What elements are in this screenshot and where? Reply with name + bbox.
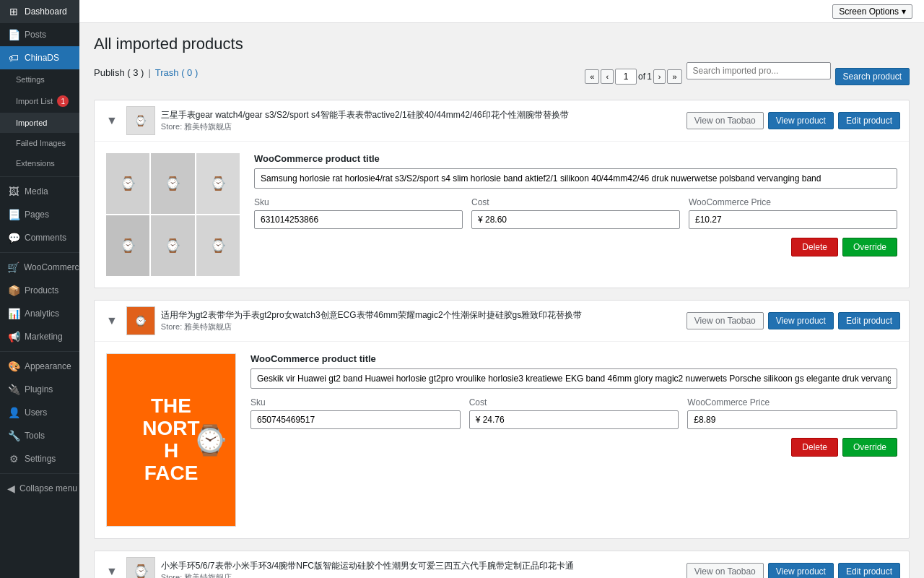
sku-group-2: Sku xyxy=(250,397,461,429)
sidebar-item-media[interactable]: 🖼 Media xyxy=(0,180,79,203)
sidebar-item-users[interactable]: 👤 Users xyxy=(0,401,79,424)
sidebar-item-settings[interactable]: ⚙ Settings xyxy=(0,447,79,470)
trash-filter[interactable]: Trash ( 0 ) xyxy=(155,67,199,78)
product-thumb-2: ⌚ xyxy=(126,306,155,335)
sidebar-item-failed-images[interactable]: Failed Images xyxy=(0,133,79,153)
product-title-cn-2: 适用华为gt2表带华为手表gt2pro女watch3创意ECG表带46mm荣耀m… xyxy=(161,309,681,322)
dashboard-icon: ⊞ xyxy=(7,6,20,17)
sku-input-2[interactable] xyxy=(250,410,461,429)
top-controls: Publish ( 3 ) | Trash ( 0 ) « ‹ 1 of 1 ›… xyxy=(94,62,910,91)
view-taobao-button-1[interactable]: View on Taobao xyxy=(687,112,764,129)
product-image-2: THENORTHFACE ⌚ xyxy=(106,353,236,527)
view-product-button-2[interactable]: View product xyxy=(768,312,834,329)
sidebar-item-marketing[interactable]: 📢 Marketing xyxy=(0,325,79,348)
posts-icon: 📄 xyxy=(7,29,20,40)
cost-label-2: Cost xyxy=(469,397,679,407)
fields-row-2: Sku Cost WooCommerce Price xyxy=(250,397,897,429)
sidebar-item-products[interactable]: 📦 Products xyxy=(0,279,79,302)
sku-label-2: Sku xyxy=(250,397,461,407)
product-header-2: ▼ ⌚ 适用华为gt2表带华为手表gt2pro女watch3创意ECG表带46m… xyxy=(95,301,909,342)
main-content: Screen Options ▾ All imported products P… xyxy=(79,0,924,578)
override-button-2[interactable]: Override xyxy=(842,438,897,457)
pagination: « ‹ 1 of 1 › » xyxy=(585,69,681,85)
search-input[interactable] xyxy=(687,62,831,79)
pages-icon: 📃 xyxy=(7,209,20,220)
screen-options-button[interactable]: Screen Options ▾ xyxy=(832,4,912,19)
sidebar: ⊞ Dashboard 📄 Posts 🏷 ChinaDS Settings I… xyxy=(0,0,79,578)
sidebar-item-imported[interactable]: Imported xyxy=(0,113,79,133)
collapse-toggle-2[interactable]: ▼ xyxy=(103,314,121,327)
page-title: All imported products xyxy=(94,35,910,53)
dropdown-arrow-icon: ▾ xyxy=(902,7,906,17)
woo-price-group-1: WooCommerce Price xyxy=(689,197,897,229)
search-product-button[interactable]: Search product xyxy=(835,68,910,85)
page-number-input[interactable]: 1 xyxy=(615,69,637,85)
view-product-button-3[interactable]: View product xyxy=(768,563,834,578)
sidebar-item-analytics[interactable]: 📊 Analytics xyxy=(0,302,79,325)
cost-input-2[interactable] xyxy=(469,410,679,429)
product-thumb-1: ⌚ xyxy=(126,106,155,135)
last-page-button[interactable]: » xyxy=(667,69,681,84)
collapse-icon: ◀ xyxy=(7,483,15,494)
filter-tabs: Publish ( 3 ) | Trash ( 0 ) xyxy=(94,67,198,78)
sku-label-1: Sku xyxy=(254,197,463,207)
woo-price-input-2[interactable] xyxy=(687,410,897,429)
view-taobao-button-2[interactable]: View on Taobao xyxy=(687,312,764,329)
tools-icon: 🔧 xyxy=(7,430,20,441)
product-header-3: ▼ ⌚ 小米手环5/6/7表带小米手环3/4腕带NFC版智能运动硅胶个性潮男女可… xyxy=(95,551,909,578)
woocommerce-icon: 🛒 xyxy=(7,262,19,273)
first-page-button[interactable]: « xyxy=(585,69,599,84)
sidebar-item-dashboard[interactable]: ⊞ Dashboard xyxy=(0,0,79,23)
view-product-button-1[interactable]: View product xyxy=(768,112,834,129)
woo-title-input-1[interactable] xyxy=(254,168,897,189)
sidebar-item-chinads[interactable]: 🏷 ChinaDS xyxy=(0,46,79,69)
sidebar-item-settings-sub[interactable]: Settings xyxy=(0,69,79,90)
sidebar-item-extensions[interactable]: Extensions xyxy=(0,153,79,173)
collapse-toggle-3[interactable]: ▼ xyxy=(103,565,121,578)
woo-price-input-1[interactable] xyxy=(689,210,897,229)
products-icon: 📦 xyxy=(7,285,20,296)
edit-product-button-2[interactable]: Edit product xyxy=(838,312,900,329)
product-header-info-3: 小米手环5/6/7表带小米手环3/4腕带NFC版智能运动硅胶个性潮男女可爱三四五… xyxy=(161,560,681,578)
cost-input-1[interactable] xyxy=(471,210,680,229)
sidebar-item-collapse[interactable]: ◀ Collapse menu xyxy=(0,477,79,500)
delete-button-1[interactable]: Delete xyxy=(791,238,838,256)
woo-price-label-2: WooCommerce Price xyxy=(687,397,897,407)
product-body-1: ⌚ ⌚ ⌚ ⌚ ⌚ ⌚ WooCommerce product title Sk… xyxy=(95,142,909,288)
sidebar-item-appearance[interactable]: 🎨 Appearance xyxy=(0,355,79,378)
cost-label-1: Cost xyxy=(471,197,680,207)
prev-page-button[interactable]: ‹ xyxy=(601,69,614,84)
product-body-2: THENORTHFACE ⌚ WooCommerce product title… xyxy=(95,342,909,538)
sidebar-item-import-list[interactable]: Import List 1 xyxy=(0,90,79,113)
publish-filter[interactable]: Publish ( 3 ) xyxy=(94,67,144,78)
view-taobao-button-3[interactable]: View on Taobao xyxy=(687,563,764,578)
product-details-2: WooCommerce product title Sku Cost WooCo… xyxy=(250,353,897,527)
sidebar-item-posts[interactable]: 📄 Posts xyxy=(0,23,79,46)
next-page-button[interactable]: › xyxy=(653,69,666,84)
woo-title-label-2: WooCommerce product title xyxy=(250,353,897,364)
product-details-1: WooCommerce product title Sku Cost WooCo… xyxy=(254,153,897,276)
sidebar-item-comments[interactable]: 💬 Comments xyxy=(0,226,79,249)
import-list-badge: 1 xyxy=(57,95,69,107)
sku-group-1: Sku xyxy=(254,197,463,229)
woo-title-input-2[interactable] xyxy=(250,368,897,389)
product-header-info-2: 适用华为gt2表带华为手表gt2pro女watch3创意ECG表带46mm荣耀m… xyxy=(161,309,681,332)
settings-icon: ⚙ xyxy=(7,453,20,465)
edit-product-button-1[interactable]: Edit product xyxy=(838,112,900,129)
sidebar-item-pages[interactable]: 📃 Pages xyxy=(0,203,79,226)
sidebar-item-woocommerce[interactable]: 🛒 WooCommerce xyxy=(0,256,79,279)
cost-group-1: Cost xyxy=(471,197,680,229)
delete-button-2[interactable]: Delete xyxy=(791,438,838,457)
override-button-1[interactable]: Override xyxy=(842,238,897,256)
product-header-info-1: 三星手表gear watch4/gear s3/S2/sport s4智能手表表… xyxy=(161,109,681,132)
comments-icon: 💬 xyxy=(7,232,20,243)
sidebar-item-plugins[interactable]: 🔌 Plugins xyxy=(0,378,79,401)
edit-product-button-3[interactable]: Edit product xyxy=(838,563,900,578)
cost-group-2: Cost xyxy=(469,397,679,429)
content-area: All imported products Publish ( 3 ) | Tr… xyxy=(79,23,924,578)
collapse-toggle-1[interactable]: ▼ xyxy=(103,114,121,127)
product-actions-1: View on Taobao View product Edit product xyxy=(687,112,900,129)
sku-input-1[interactable] xyxy=(254,210,463,229)
product-store-1: Store: 雅美特旗舰店 xyxy=(161,121,681,132)
sidebar-item-tools[interactable]: 🔧 Tools xyxy=(0,424,79,447)
